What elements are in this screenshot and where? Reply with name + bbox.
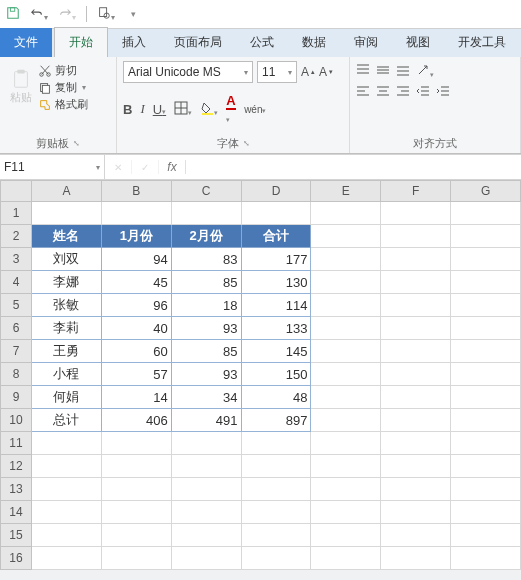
cell-G4[interactable] [451, 271, 521, 294]
cell-D16[interactable] [241, 547, 311, 570]
cell-B12[interactable] [101, 455, 171, 478]
align-top-icon[interactable] [356, 63, 370, 80]
cell-A16[interactable] [31, 547, 101, 570]
cell-B6[interactable]: 40 [101, 317, 171, 340]
tab-formula[interactable]: 公式 [236, 28, 288, 57]
cell-G8[interactable] [451, 363, 521, 386]
bold-button[interactable]: B [123, 102, 132, 117]
col-header-D[interactable]: D [241, 181, 311, 202]
cell-C11[interactable] [171, 432, 241, 455]
cell-F11[interactable] [381, 432, 451, 455]
cell-C9[interactable]: 34 [171, 386, 241, 409]
cell-G10[interactable] [451, 409, 521, 432]
cell-C3[interactable]: 83 [171, 248, 241, 271]
cell-B1[interactable] [101, 202, 171, 225]
tab-dev[interactable]: 开发工具 [444, 28, 520, 57]
cell-A11[interactable] [31, 432, 101, 455]
cell-B9[interactable]: 14 [101, 386, 171, 409]
align-right-icon[interactable] [396, 84, 410, 101]
select-all[interactable] [1, 181, 32, 202]
cell-E7[interactable] [311, 340, 381, 363]
cell-D5[interactable]: 114 [241, 294, 311, 317]
cell-E3[interactable] [311, 248, 381, 271]
clipboard-dialog-icon[interactable]: ⤡ [73, 139, 80, 148]
cell-A9[interactable]: 何娟 [31, 386, 101, 409]
row-header-6[interactable]: 6 [1, 317, 32, 340]
cell-G2[interactable] [451, 225, 521, 248]
phonetic-button[interactable]: wén▾ [244, 104, 266, 115]
indent-increase-icon[interactable] [436, 84, 450, 101]
col-header-A[interactable]: A [31, 181, 101, 202]
cell-A2[interactable]: 姓名 [31, 225, 101, 248]
cell-A5[interactable]: 张敏 [31, 294, 101, 317]
row-header-1[interactable]: 1 [1, 202, 32, 225]
cell-G14[interactable] [451, 501, 521, 524]
cell-G9[interactable] [451, 386, 521, 409]
enter-icon[interactable] [132, 160, 159, 174]
cell-E5[interactable] [311, 294, 381, 317]
col-header-E[interactable]: E [311, 181, 381, 202]
worksheet-grid[interactable]: ABCDEFG12姓名1月份2月份合计3刘双94831774李娜45851305… [0, 180, 521, 570]
cell-F10[interactable] [381, 409, 451, 432]
row-header-11[interactable]: 11 [1, 432, 32, 455]
cell-F13[interactable] [381, 478, 451, 501]
cell-E1[interactable] [311, 202, 381, 225]
cell-A1[interactable] [31, 202, 101, 225]
cell-B16[interactable] [101, 547, 171, 570]
cell-D11[interactable] [241, 432, 311, 455]
undo-icon[interactable]: ▾ [30, 6, 48, 23]
name-box[interactable]: F11▾ [0, 155, 105, 179]
cell-A4[interactable]: 李娜 [31, 271, 101, 294]
cell-F16[interactable] [381, 547, 451, 570]
cell-C1[interactable] [171, 202, 241, 225]
tab-view[interactable]: 视图 [392, 28, 444, 57]
cell-E16[interactable] [311, 547, 381, 570]
orientation-icon[interactable]: ▾ [416, 63, 434, 80]
row-header-7[interactable]: 7 [1, 340, 32, 363]
cell-D2[interactable]: 合计 [241, 225, 311, 248]
cell-E6[interactable] [311, 317, 381, 340]
cell-E15[interactable] [311, 524, 381, 547]
tab-data[interactable]: 数据 [288, 28, 340, 57]
font-name-select[interactable]: Arial Unicode MS▾ [123, 61, 253, 83]
cell-D9[interactable]: 48 [241, 386, 311, 409]
qat-customize-icon[interactable]: ▾ [131, 9, 136, 19]
row-header-5[interactable]: 5 [1, 294, 32, 317]
tab-insert[interactable]: 插入 [108, 28, 160, 57]
copy-button[interactable]: 复制▾ [38, 80, 88, 95]
row-header-3[interactable]: 3 [1, 248, 32, 271]
grow-font-button[interactable]: A▴ [301, 65, 315, 79]
row-header-15[interactable]: 15 [1, 524, 32, 547]
border-button[interactable]: ▾ [174, 101, 192, 118]
cell-B10[interactable]: 406 [101, 409, 171, 432]
cell-A8[interactable]: 小程 [31, 363, 101, 386]
cell-C8[interactable]: 93 [171, 363, 241, 386]
cell-D4[interactable]: 130 [241, 271, 311, 294]
tab-file[interactable]: 文件 [0, 28, 52, 57]
cell-C12[interactable] [171, 455, 241, 478]
cell-C15[interactable] [171, 524, 241, 547]
cell-F7[interactable] [381, 340, 451, 363]
cell-D1[interactable] [241, 202, 311, 225]
cell-A15[interactable] [31, 524, 101, 547]
cell-A10[interactable]: 总计 [31, 409, 101, 432]
formula-input[interactable] [186, 155, 521, 179]
cell-E13[interactable] [311, 478, 381, 501]
row-header-8[interactable]: 8 [1, 363, 32, 386]
cell-E8[interactable] [311, 363, 381, 386]
cell-G6[interactable] [451, 317, 521, 340]
cell-F2[interactable] [381, 225, 451, 248]
cut-button[interactable]: 剪切 [38, 63, 88, 78]
cell-A14[interactable] [31, 501, 101, 524]
cell-B8[interactable]: 57 [101, 363, 171, 386]
row-header-14[interactable]: 14 [1, 501, 32, 524]
cell-C4[interactable]: 85 [171, 271, 241, 294]
cell-D13[interactable] [241, 478, 311, 501]
cell-C14[interactable] [171, 501, 241, 524]
align-left-icon[interactable] [356, 84, 370, 101]
cell-G15[interactable] [451, 524, 521, 547]
redo-icon[interactable]: ▾ [58, 6, 76, 23]
col-header-B[interactable]: B [101, 181, 171, 202]
cell-G16[interactable] [451, 547, 521, 570]
align-bottom-icon[interactable] [396, 63, 410, 80]
